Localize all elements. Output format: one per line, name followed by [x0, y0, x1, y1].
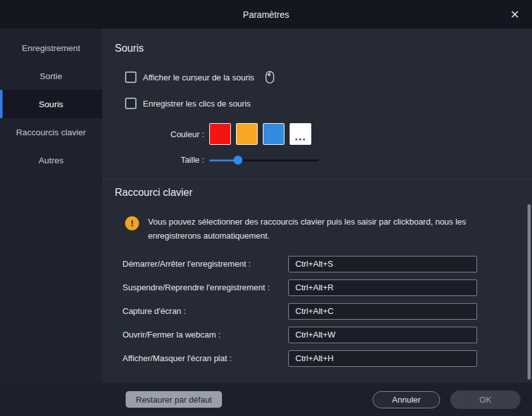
settings-content: Souris Afficher le curseur de la souris … [102, 29, 532, 383]
click-color-row: Couleur : ... [102, 123, 532, 145]
hotkey-label: Ouvrir/Fermer la webcam : [102, 330, 288, 339]
sidebar-item-label: Souris [39, 100, 63, 109]
window-title: Paramètres [243, 10, 289, 20]
hotkey-label: Afficher/Masquer l'écran plat : [102, 353, 288, 363]
more-colors-button[interactable]: ... [290, 123, 311, 145]
hotkey-row-pause-resume: Suspendre/Reprendre l'enregistrement : [102, 276, 532, 299]
sidebar-item-label: Raccourcis clavier [16, 128, 86, 137]
warning-icon: ! [125, 216, 139, 230]
record-clicks-label: Enregistrer les clics de souris [143, 99, 251, 108]
sidebar-item-label: Sortie [40, 71, 62, 81]
sidebar-item-sortie[interactable]: Sortie [0, 62, 102, 90]
color-swatch-blue[interactable] [263, 123, 284, 145]
cursor-size-row: Taille : [102, 155, 532, 165]
mouse-cursor-icon [265, 71, 275, 84]
slider-thumb[interactable] [233, 156, 242, 165]
settings-dialog: Paramètres ✕ Enregistrement Sortie Souri… [0, 0, 532, 416]
hotkey-input-screenshot[interactable] [288, 303, 477, 320]
size-label: Taille : [102, 155, 209, 165]
ok-button[interactable]: OK [450, 390, 521, 409]
hotkey-label: Capture d'écran : [102, 306, 288, 316]
size-slider[interactable] [209, 156, 319, 165]
hotkey-section-title: Raccourci clavier [115, 187, 193, 198]
sidebar-item-souris[interactable]: Souris [0, 90, 102, 118]
restore-default-button[interactable]: Restaurer par défaut [126, 391, 222, 408]
show-cursor-checkbox[interactable] [125, 71, 137, 83]
color-swatches: ... [209, 123, 311, 145]
sidebar-item-label: Autres [38, 156, 63, 165]
hotkey-list: Démarrer/Arrêter l'enregistrement : Susp… [102, 252, 532, 370]
show-cursor-label: Afficher le curseur de la souris [143, 73, 255, 82]
close-icon[interactable]: ✕ [508, 8, 522, 22]
sidebar-item-label: Enregistrement [22, 43, 80, 53]
sidebar-item-enregistrement[interactable]: Enregistrement [0, 34, 102, 62]
mouse-section-title: Souris [115, 43, 144, 54]
record-clicks-row: Enregistrer les clics de souris [125, 98, 251, 109]
sidebar-item-autres[interactable]: Autres [0, 146, 102, 174]
hotkey-input-start-stop[interactable] [288, 256, 477, 272]
hotkey-label: Démarrer/Arrêter l'enregistrement : [102, 259, 288, 269]
hotkey-info-row: ! Vous pouvez sélectionner des raccourci… [125, 215, 508, 243]
section-divider [102, 179, 532, 179]
hotkey-info-text: Vous pouvez sélectionner des raccourcis … [148, 215, 492, 243]
cancel-button[interactable]: Annuler [373, 391, 440, 408]
sidebar-item-raccourcis-clavier[interactable]: Raccourcis clavier [0, 118, 102, 146]
vertical-scrollbar[interactable] [528, 204, 531, 380]
footer-bar: Restaurer par défaut Annuler OK [0, 383, 532, 416]
hotkey-input-pause-resume[interactable] [288, 279, 477, 296]
show-cursor-row: Afficher le curseur de la souris [125, 71, 275, 84]
hotkey-row-flat-screen: Afficher/Masquer l'écran plat : [102, 346, 532, 370]
hotkey-label: Suspendre/Reprendre l'enregistrement : [102, 283, 288, 292]
record-clicks-checkbox[interactable] [125, 98, 137, 109]
titlebar: Paramètres ✕ [0, 0, 532, 29]
color-swatch-orange[interactable] [236, 123, 258, 145]
hotkey-row-webcam: Ouvrir/Fermer la webcam : [102, 323, 532, 346]
hotkey-input-flat-screen[interactable] [288, 350, 477, 367]
color-label: Couleur : [102, 130, 209, 139]
hotkey-input-webcam[interactable] [288, 327, 477, 343]
hotkey-row-screenshot: Capture d'écran : [102, 299, 532, 323]
hotkey-row-start-stop: Démarrer/Arrêter l'enregistrement : [102, 252, 532, 276]
color-swatch-red[interactable] [209, 123, 231, 145]
sidebar: Enregistrement Sortie Souris Raccourcis … [0, 29, 102, 383]
